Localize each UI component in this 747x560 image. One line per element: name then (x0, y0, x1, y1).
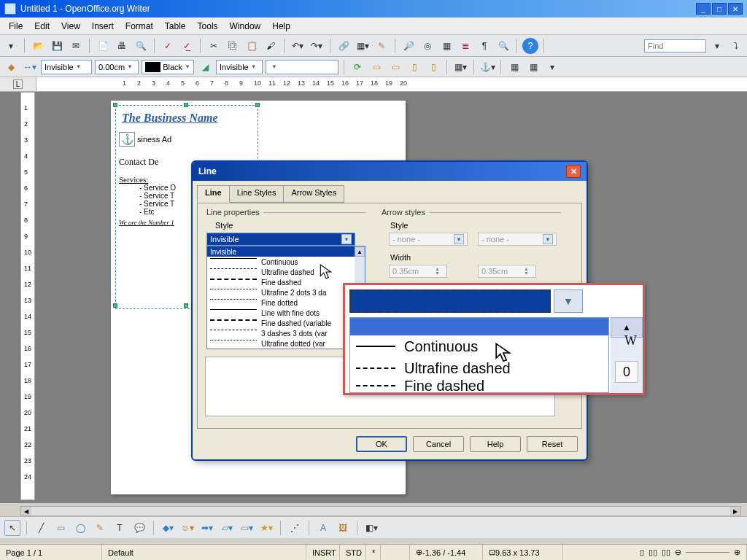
dropdown-option[interactable]: Fine dashed (207, 277, 365, 287)
minimize-button[interactable]: _ (696, 3, 711, 15)
spellcheck-button[interactable]: ✓ (160, 38, 176, 54)
resize-handle[interactable] (113, 103, 117, 107)
copy-button[interactable]: ⿻ (225, 38, 241, 54)
ok-button[interactable]: OK (356, 436, 407, 452)
view-multi-page-icon[interactable]: ▯▯ (649, 548, 657, 557)
to-foreground-button[interactable]: ▭ (368, 59, 384, 75)
find-input[interactable] (644, 39, 706, 52)
arrow-end-width-spinner[interactable]: 0.35cm▲▼ (478, 265, 536, 278)
dropdown-option[interactable]: Ultrafine dotted (var (207, 338, 365, 349)
zoom-in-icon[interactable]: ⊕ (734, 548, 740, 557)
resize-handle[interactable] (184, 303, 188, 308)
rectangle-tool-button[interactable]: ▭ (53, 520, 69, 536)
save-button[interactable]: 💾 (49, 38, 65, 54)
from-file-button[interactable]: 🖼 (335, 520, 351, 536)
resize-handle[interactable] (255, 103, 260, 107)
ellipse-tool-button[interactable]: ◯ (72, 520, 88, 536)
close-window-button[interactable]: ✕ (728, 3, 743, 15)
line-style-combo[interactable]: Invisible▼ (41, 60, 92, 74)
format-paintbrush-button[interactable]: 🖌 (263, 38, 279, 54)
zoom-out-icon[interactable]: ⊖ (675, 548, 681, 557)
line-color-combo[interactable]: Black▼ (142, 60, 194, 74)
area-fill-combo[interactable]: ▼ (266, 60, 338, 74)
gallery-button[interactable]: ▦ (438, 38, 454, 54)
to-background-button[interactable]: ▭ (387, 59, 403, 75)
dropdown-option[interactable]: 3 dashes 3 dots (var (207, 328, 365, 338)
edit-points-button[interactable]: ◆ (3, 59, 19, 75)
vertical-ruler[interactable]: 123456789101112131415161718192021222324 (20, 92, 35, 500)
find-replace-button[interactable]: 🔎 (400, 38, 417, 54)
status-signature[interactable] (381, 545, 410, 560)
dropdown-option[interactable]: Ultrafine dashed (207, 267, 365, 277)
text-tool-button[interactable]: T (112, 520, 128, 536)
export-pdf-button[interactable]: 📄 (95, 38, 111, 54)
points-button[interactable]: ⋰ (287, 520, 303, 536)
line-endings-button[interactable]: ↔▾ (22, 59, 38, 75)
menu-help[interactable]: Help (266, 19, 296, 34)
dropdown-option[interactable]: Fine dashed (variable (207, 318, 365, 328)
freeform-tool-button[interactable]: ✎ (92, 520, 108, 536)
menu-tools[interactable]: Tools (192, 19, 224, 34)
fontwork-button[interactable]: A (315, 520, 331, 536)
status-style[interactable]: Default (102, 545, 306, 560)
arrow-start-select[interactable]: - none -▼ (389, 233, 468, 246)
reset-button[interactable]: Reset (527, 436, 578, 452)
dropdown-option-invisible[interactable]: Invisible (207, 246, 365, 257)
callout-option-fine-dashed[interactable]: Fine dashed (350, 379, 608, 392)
dialog-close-button[interactable]: ✕ (566, 165, 581, 178)
nonprinting-chars-button[interactable]: ¶ (476, 38, 492, 54)
stars-button[interactable]: ★▾ (258, 520, 274, 536)
dropdown-option[interactable]: Line with fine dots (207, 308, 365, 318)
line-tool-button[interactable]: ╱ (33, 520, 49, 536)
line-style-dropdown-list[interactable]: Invisible Continuous Ultrafine dashed Fi… (206, 246, 365, 349)
arrow-start-width-spinner[interactable]: 0.35cm▲▼ (389, 265, 447, 278)
scroll-left-button[interactable]: ◀ (21, 507, 31, 516)
toolbar-overflow-button[interactable]: ▾ (544, 59, 560, 75)
group-button[interactable]: ▦ (525, 59, 541, 75)
menu-format[interactable]: Format (120, 19, 159, 34)
show-draw-button[interactable]: ✎ (374, 38, 390, 54)
menu-window[interactable]: Window (224, 19, 267, 34)
line-width-combo[interactable]: 0.00cm▼ (95, 60, 139, 74)
paste-button[interactable]: 📋 (244, 38, 260, 54)
scroll-up-button[interactable]: ▲ (355, 246, 365, 257)
maximize-button[interactable]: □ (712, 3, 727, 15)
send-back-button[interactable]: ▯ (425, 59, 441, 75)
horizontal-scrollbar[interactable]: ◀ ▶ (20, 506, 741, 516)
view-book-icon[interactable]: ▯▯ (662, 548, 670, 557)
navigator-button[interactable]: ◎ (419, 38, 436, 54)
help-button[interactable]: Help (470, 436, 521, 452)
view-single-page-icon[interactable]: ▯ (640, 548, 644, 557)
menu-table[interactable]: Table (159, 19, 192, 34)
menu-edit[interactable]: Edit (28, 19, 55, 34)
callouts-button[interactable]: ▭▾ (239, 520, 255, 536)
area-style-button[interactable]: ◢ (197, 59, 213, 75)
resize-handle[interactable] (113, 303, 117, 308)
undo-button[interactable]: ↶▾ (290, 38, 306, 54)
auto-spellcheck-button[interactable]: ✓̲ (179, 38, 195, 54)
status-zoom-controls[interactable]: ▯ ▯▯ ▯▯ ⊖ ⊕ (563, 545, 747, 560)
cancel-button[interactable]: Cancel (413, 436, 464, 452)
callout-combo-arrow[interactable]: ▼ (554, 289, 583, 313)
email-button[interactable]: ✉ (68, 38, 84, 54)
flowcharts-button[interactable]: ▱▾ (219, 520, 235, 536)
callout-combo[interactable] (349, 289, 551, 313)
tab-arrow-styles[interactable]: Arrow Styles (283, 185, 344, 203)
alignment-button[interactable]: ▦▾ (452, 59, 468, 75)
dialog-titlebar[interactable]: Line ✕ (193, 162, 587, 181)
find-dropdown-button[interactable]: ▾ (709, 38, 725, 54)
table-button[interactable]: ▦▾ (355, 38, 371, 54)
hyperlink-button[interactable]: 🔗 (336, 38, 352, 54)
find-next-button[interactable]: ⤵ (728, 38, 744, 54)
tab-line-styles[interactable]: Line Styles (229, 185, 285, 203)
anchor-button[interactable]: ⚓▾ (479, 59, 495, 75)
redo-button[interactable]: ↷▾ (309, 38, 325, 54)
callout-option-continuous[interactable]: Continuous (350, 335, 608, 357)
print-preview-button[interactable]: 🔍 (133, 38, 149, 54)
extrusion-button[interactable]: ◧▾ (363, 520, 379, 536)
resize-handle[interactable] (184, 103, 188, 107)
zoom-button[interactable]: 🔍 (495, 38, 511, 54)
callout-option-ultrafine-dashed[interactable]: Ultrafine dashed (350, 357, 608, 379)
print-button[interactable]: 🖶 (114, 38, 130, 54)
callout-option-selected[interactable] (350, 318, 608, 335)
